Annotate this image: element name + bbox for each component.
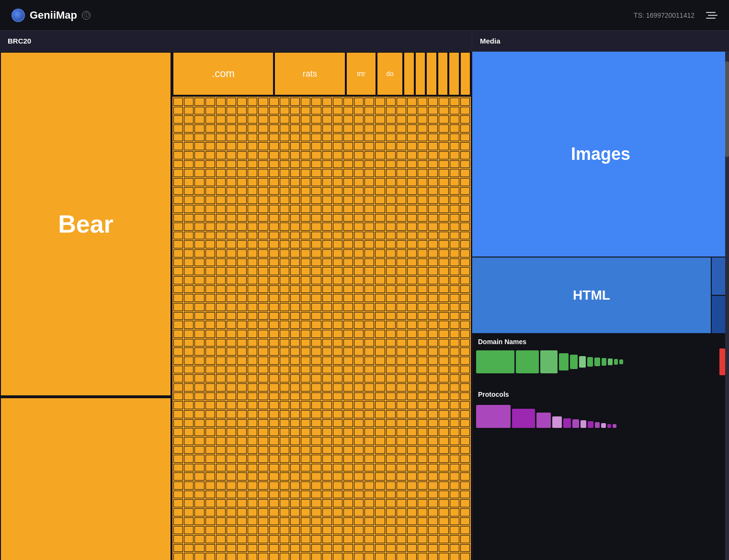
grid-cell[interactable]	[184, 232, 194, 240]
grid-cell[interactable]	[194, 472, 204, 481]
grid-cell[interactable]	[354, 383, 364, 392]
grid-cell[interactable]	[216, 544, 226, 552]
grid-cell[interactable]	[184, 115, 194, 123]
tiny-cell-6[interactable]	[460, 52, 471, 96]
grid-cell[interactable]	[184, 482, 194, 490]
grid-cell[interactable]	[364, 178, 374, 186]
grid-cell[interactable]	[397, 196, 406, 204]
grid-cell[interactable]	[428, 544, 438, 552]
grid-cell[interactable]	[269, 357, 279, 365]
grid-cell[interactable]	[269, 196, 279, 204]
grid-cell[interactable]	[227, 124, 236, 133]
domain-bar-7[interactable]	[587, 357, 593, 367]
grid-cell[interactable]	[248, 303, 257, 311]
grid-cell[interactable]	[418, 410, 427, 418]
grid-cell[interactable]	[216, 267, 226, 275]
grid-cell[interactable]	[205, 410, 215, 418]
grid-cell[interactable]	[343, 134, 353, 142]
grid-cell[interactable]	[269, 214, 279, 222]
grid-cell[interactable]	[354, 526, 364, 534]
grid-cell[interactable]	[227, 115, 236, 123]
grid-cell[interactable]	[333, 491, 342, 499]
grid-cell[interactable]	[450, 535, 459, 543]
grid-cell[interactable]	[343, 249, 353, 258]
grid-cell[interactable]	[354, 223, 364, 231]
grid-cell[interactable]	[460, 214, 470, 222]
grid-cell[interactable]	[428, 428, 438, 436]
grid-cell[interactable]	[450, 134, 459, 142]
proto-bar-8[interactable]	[588, 421, 593, 428]
grid-cell[interactable]	[194, 267, 204, 275]
grid-cell[interactable]	[418, 134, 427, 142]
grid-cell[interactable]	[407, 303, 417, 311]
grid-cell[interactable]	[386, 347, 396, 356]
grid-cell[interactable]	[407, 214, 417, 222]
grid-cell[interactable]	[354, 517, 364, 526]
grid-cell[interactable]	[248, 472, 257, 481]
grid-cell[interactable]	[364, 482, 374, 490]
grid-cell[interactable]	[280, 187, 289, 195]
grid-cell[interactable]	[184, 187, 194, 195]
grid-cell[interactable]	[205, 392, 215, 401]
grid-cell[interactable]	[227, 410, 236, 418]
grid-cell[interactable]	[397, 258, 406, 267]
grid-cell[interactable]	[269, 446, 279, 454]
grid-cell[interactable]	[248, 357, 257, 365]
grid-cell[interactable]	[216, 383, 226, 392]
grid-cell[interactable]	[237, 98, 247, 106]
grid-cell[interactable]	[354, 240, 364, 248]
grid-cell[interactable]	[407, 544, 417, 552]
grid-cell[interactable]	[343, 526, 353, 534]
grid-cell[interactable]	[301, 419, 310, 427]
grid-cell[interactable]	[216, 392, 226, 401]
grid-cell[interactable]	[248, 160, 257, 168]
grid-cell[interactable]	[290, 240, 300, 248]
grid-cell[interactable]	[375, 491, 385, 499]
grid-cell[interactable]	[333, 178, 342, 186]
grid-cell[interactable]	[418, 339, 427, 347]
grid-cell[interactable]	[322, 544, 332, 552]
grid-cell[interactable]	[343, 544, 353, 552]
grid-cell[interactable]	[173, 499, 183, 507]
grid-cell[interactable]	[386, 98, 396, 106]
grid-cell[interactable]	[439, 285, 448, 293]
grid-cell[interactable]	[418, 392, 427, 401]
grid-cell[interactable]	[194, 383, 204, 392]
grid-cell[interactable]	[227, 312, 236, 320]
grid-cell[interactable]	[227, 267, 236, 275]
grid-cell[interactable]	[269, 464, 279, 472]
grid-cell[interactable]	[269, 151, 279, 159]
grid-cell[interactable]	[269, 491, 279, 499]
grid-cell[interactable]	[397, 544, 406, 552]
grid-cell[interactable]	[290, 124, 300, 133]
grid-cell[interactable]	[248, 276, 257, 284]
grid-cell[interactable]	[301, 428, 310, 436]
grid-cell[interactable]	[227, 276, 236, 284]
grid-cell[interactable]	[258, 134, 268, 142]
grid-cell[interactable]	[428, 223, 438, 231]
grid-cell[interactable]	[364, 392, 374, 401]
grid-cell[interactable]	[227, 455, 236, 463]
grid-cell[interactable]	[322, 160, 332, 168]
grid-cell[interactable]	[428, 151, 438, 159]
grid-cell[interactable]	[333, 419, 342, 427]
grid-cell[interactable]	[375, 339, 385, 347]
grid-cell[interactable]	[450, 205, 459, 213]
grid-cell[interactable]	[280, 276, 289, 284]
grid-cell[interactable]	[216, 410, 226, 418]
grid-cell[interactable]	[237, 214, 247, 222]
grid-cell[interactable]	[216, 178, 226, 186]
grid-cell[interactable]	[343, 357, 353, 365]
grid-cell[interactable]	[258, 410, 268, 418]
grid-cell[interactable]	[290, 374, 300, 382]
grid-cell[interactable]	[460, 437, 470, 445]
grid-cell[interactable]	[418, 357, 427, 365]
grid-cell[interactable]	[343, 482, 353, 490]
grid-cell[interactable]	[375, 285, 385, 293]
grid-cell[interactable]	[407, 357, 417, 365]
grid-cell[interactable]	[418, 455, 427, 463]
grid-cell[interactable]	[386, 517, 396, 526]
grid-cell[interactable]	[194, 214, 204, 222]
grid-cell[interactable]	[205, 294, 215, 302]
grid-cell[interactable]	[173, 107, 183, 115]
